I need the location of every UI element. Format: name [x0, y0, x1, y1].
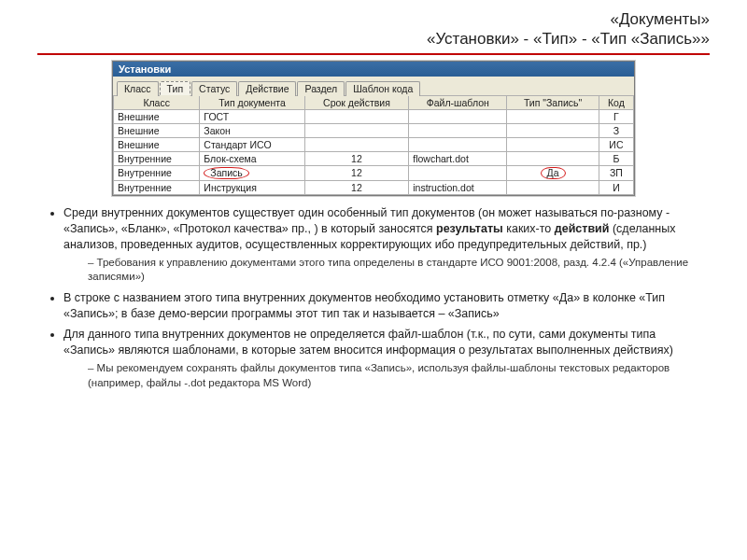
table-row[interactable]: ВнутренниеЗапись12ДаЗП — [114, 165, 634, 181]
cell[interactable]: 12 — [304, 151, 409, 165]
tab-bar: КлассТипСтатусДействиеРазделШаблон кода — [113, 77, 634, 95]
settings-grid: КлассТип документаСрок действияФайл-шабл… — [113, 95, 634, 196]
cell[interactable]: Внутренние — [114, 151, 200, 165]
cell[interactable]: З — [599, 123, 633, 137]
tab-статус[interactable]: Статус — [191, 81, 237, 96]
table-row[interactable]: ВнешниеГОСТГ — [114, 109, 634, 123]
cell[interactable] — [304, 137, 409, 151]
cell[interactable] — [507, 109, 599, 123]
column-header[interactable]: Код — [599, 95, 633, 109]
highlight-circle: Запись — [204, 167, 248, 180]
header-line-2: «Установки» - «Тип» - «Тип «Запись»» — [37, 29, 710, 49]
cell[interactable]: Внешние — [114, 109, 200, 123]
cell[interactable] — [409, 123, 507, 137]
cell[interactable] — [409, 137, 507, 151]
cell[interactable] — [507, 181, 599, 195]
table-row[interactable]: ВнутренниеБлок-схема12flowchart.dotБ — [114, 151, 634, 165]
tab-действие[interactable]: Действие — [238, 81, 296, 96]
cell[interactable]: Блок-схема — [200, 151, 304, 165]
cell[interactable]: 12 — [304, 181, 409, 195]
cell[interactable]: ГОСТ — [200, 109, 304, 123]
cell[interactable] — [304, 123, 409, 137]
column-header[interactable]: Файл-шаблон — [409, 95, 507, 109]
tab-шаблон кода[interactable]: Шаблон кода — [345, 81, 420, 96]
settings-window: Установки КлассТипСтатусДействиеРазделШа… — [112, 61, 635, 197]
column-header[interactable]: Тип документа — [200, 95, 304, 109]
column-header[interactable]: Тип "Запись" — [507, 95, 599, 109]
cell[interactable]: ИС — [599, 137, 633, 151]
cell[interactable]: И — [599, 181, 633, 195]
bullet-3-sub: Мы рекомендуем сохранять файлы документо… — [88, 361, 710, 390]
cell[interactable] — [507, 123, 599, 137]
cell[interactable]: Закон — [200, 123, 304, 137]
column-header[interactable]: Класс — [114, 95, 200, 109]
column-header[interactable]: Срок действия — [304, 95, 409, 109]
cell[interactable]: Стандарт ИСО — [200, 137, 304, 151]
cell[interactable]: Внешние — [114, 137, 200, 151]
bullet-2: В строке с названием этого типа внутренн… — [63, 290, 710, 322]
tab-тип[interactable]: Тип — [160, 81, 191, 96]
window-titlebar: Установки — [113, 62, 634, 77]
table-row[interactable]: ВнешниеСтандарт ИСОИС — [114, 137, 634, 151]
cell[interactable]: instruction.dot — [409, 181, 507, 195]
cell[interactable] — [507, 137, 599, 151]
grid-header-row: КлассТип документаСрок действияФайл-шабл… — [114, 95, 634, 109]
bullet-1-sub: Требования к управлению документами этог… — [88, 256, 710, 285]
cell[interactable] — [304, 109, 409, 123]
cell[interactable]: 12 — [304, 165, 409, 181]
table-row[interactable]: ВнешниеЗаконЗ — [114, 123, 634, 137]
cell[interactable]: Внутренние — [114, 181, 200, 195]
cell[interactable]: Г — [599, 109, 633, 123]
cell[interactable] — [409, 165, 507, 181]
cell[interactable]: Внутренние — [114, 165, 200, 181]
page-header: «Документы» «Установки» - «Тип» - «Тип «… — [37, 9, 710, 55]
tab-класс[interactable]: Класс — [117, 81, 159, 96]
table-row[interactable]: ВнутренниеИнструкция12instruction.dotИ — [114, 181, 634, 195]
bullet-3: Для данного типа внутренних документов н… — [63, 327, 710, 390]
window-title: Установки — [119, 63, 171, 75]
cell[interactable]: Инструкция — [200, 181, 304, 195]
cell[interactable]: Внешние — [114, 123, 200, 137]
cell[interactable]: ЗП — [599, 165, 633, 181]
cell[interactable] — [507, 151, 599, 165]
cell[interactable]: flowchart.dot — [409, 151, 507, 165]
highlight-circle: Да — [541, 167, 566, 180]
cell[interactable]: Да — [507, 165, 599, 181]
body-text: Среди внутренних документов существует о… — [37, 205, 710, 390]
cell[interactable]: Запись — [200, 165, 304, 181]
bullet-1: Среди внутренних документов существует о… — [63, 205, 710, 285]
cell[interactable]: Б — [599, 151, 633, 165]
tab-раздел[interactable]: Раздел — [297, 81, 345, 96]
cell[interactable] — [409, 109, 507, 123]
header-line-1: «Документы» — [37, 9, 710, 29]
